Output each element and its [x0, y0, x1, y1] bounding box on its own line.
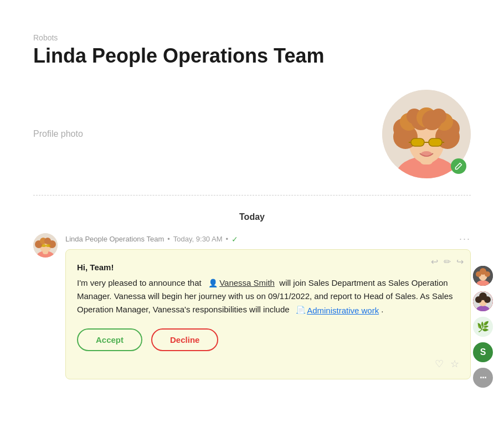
- check-icon: ✓: [232, 235, 238, 244]
- admin-work-link[interactable]: 📄 Administrative work: [296, 304, 379, 317]
- edit-icon[interactable]: ✏: [444, 256, 451, 267]
- edit-avatar-button[interactable]: [451, 158, 466, 174]
- svg-point-20: [421, 151, 432, 157]
- breadcrumb: Robots: [33, 33, 471, 42]
- bubble-buttons: Accept Decline: [77, 328, 459, 351]
- profile-label: Profile photo: [33, 129, 83, 139]
- svg-point-14: [422, 110, 442, 130]
- sidebar-avatar-4[interactable]: S: [473, 342, 493, 362]
- message-meta: Linda People Operations Team • Today, 9:…: [65, 233, 471, 245]
- star-icon[interactable]: ☆: [450, 358, 459, 370]
- avatar-wrapper: [382, 90, 471, 178]
- svg-point-28: [44, 238, 51, 244]
- svg-point-36: [480, 268, 486, 275]
- more-options-button[interactable]: ···: [459, 233, 471, 245]
- message-bubble: ↩ ✏ ↪ Hi, Team! I'm very pleased to anno…: [65, 249, 471, 379]
- body-before-mention: I'm very pleased to announce that: [77, 278, 202, 287]
- sidebar-avatar-more[interactable]: ···: [473, 368, 493, 388]
- admin-work-label: Administrative work: [307, 304, 379, 317]
- sender-avatar: [33, 233, 58, 258]
- accept-button[interactable]: Accept: [77, 328, 142, 351]
- sender-name: Linda People Operations Team: [65, 235, 164, 243]
- svg-text:🌿: 🌿: [477, 321, 490, 333]
- more-avatars-label: ···: [480, 372, 486, 384]
- message-text: Hi, Team! I'm very pleased to announce t…: [77, 261, 459, 317]
- bubble-footer: ♡ ☆: [77, 358, 459, 370]
- svg-point-42: [479, 292, 487, 300]
- svg-rect-15: [411, 138, 424, 146]
- forward-icon[interactable]: ↪: [456, 256, 464, 267]
- sidebar-avatar-3[interactable]: 🌿: [473, 317, 493, 337]
- sidebar-avatar-1[interactable]: [473, 266, 493, 286]
- doc-icon: 📄: [296, 305, 305, 316]
- meta-dot2: •: [226, 235, 229, 243]
- person-icon: 👤: [208, 277, 218, 289]
- greeting: Hi, Team!: [77, 261, 459, 274]
- user-mention: 👤 Vanessa Smith: [208, 276, 275, 290]
- chat-area: Linda People Operations Team • Today, 9:…: [33, 233, 471, 379]
- profile-section: Profile photo: [33, 90, 471, 196]
- svg-rect-30: [46, 244, 50, 247]
- decline-button[interactable]: Decline: [151, 328, 218, 351]
- message-block: Linda People Operations Team • Today, 9:…: [65, 233, 471, 379]
- reply-icon[interactable]: ↩: [431, 256, 438, 267]
- sidebar-avatar-2[interactable]: [473, 291, 493, 311]
- timestamp: Today, 9:30 AM: [173, 235, 223, 243]
- right-sidebar: 🌿 S ···: [473, 266, 493, 388]
- meta-dot: •: [167, 235, 170, 243]
- mention-link[interactable]: Vanessa Smith: [219, 276, 275, 290]
- body-end: .: [381, 305, 383, 314]
- svg-rect-16: [429, 138, 442, 146]
- page-title: Linda People Operations Team: [33, 44, 471, 68]
- today-label: Today: [33, 212, 471, 222]
- bubble-actions: ↩ ✏ ↪: [431, 256, 464, 267]
- svg-rect-29: [42, 244, 46, 247]
- heart-icon[interactable]: ♡: [435, 358, 444, 370]
